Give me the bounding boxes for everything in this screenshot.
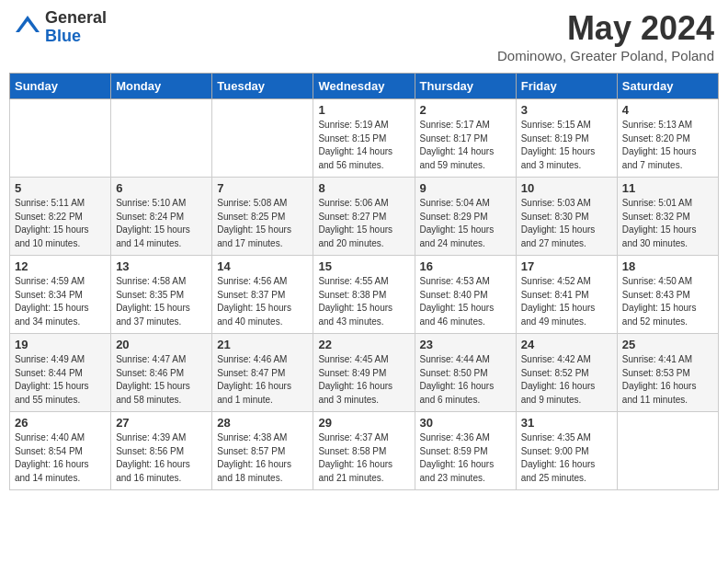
day-number: 17: [521, 259, 612, 273]
day-info: Sunrise: 4:53 AM Sunset: 8:40 PM Dayligh…: [420, 275, 511, 328]
calendar-cell: 9Sunrise: 5:04 AM Sunset: 8:29 PM Daylig…: [415, 178, 516, 256]
day-info: Sunrise: 4:47 AM Sunset: 8:46 PM Dayligh…: [116, 353, 207, 407]
day-info: Sunrise: 4:55 AM Sunset: 8:38 PM Dayligh…: [318, 275, 409, 328]
calendar-cell: 19Sunrise: 4:49 AM Sunset: 8:44 PM Dayli…: [10, 334, 111, 412]
calendar-cell: 5Sunrise: 5:11 AM Sunset: 8:22 PM Daylig…: [10, 178, 111, 256]
day-info: Sunrise: 4:40 AM Sunset: 8:54 PM Dayligh…: [15, 431, 106, 485]
calendar-cell: 18Sunrise: 4:50 AM Sunset: 8:43 PM Dayli…: [617, 256, 718, 334]
day-number: 31: [521, 416, 612, 430]
calendar-cell: 4Sunrise: 5:13 AM Sunset: 8:20 PM Daylig…: [617, 99, 718, 178]
day-number: 11: [622, 181, 713, 195]
calendar-cell: 26Sunrise: 4:40 AM Sunset: 8:54 PM Dayli…: [10, 412, 111, 490]
column-header-monday: Monday: [111, 74, 212, 99]
calendar-cell: [111, 99, 212, 178]
day-info: Sunrise: 4:42 AM Sunset: 8:52 PM Dayligh…: [521, 353, 612, 407]
day-number: 8: [318, 181, 409, 195]
day-info: Sunrise: 4:35 AM Sunset: 9:00 PM Dayligh…: [521, 431, 612, 485]
day-number: 9: [420, 181, 511, 195]
day-number: 19: [15, 338, 106, 351]
calendar-cell: [10, 99, 111, 178]
day-info: Sunrise: 5:06 AM Sunset: 8:27 PM Dayligh…: [318, 197, 409, 250]
calendar-cell: 15Sunrise: 4:55 AM Sunset: 8:38 PM Dayli…: [313, 256, 415, 334]
day-info: Sunrise: 5:11 AM Sunset: 8:22 PM Dayligh…: [15, 197, 106, 250]
day-info: Sunrise: 4:39 AM Sunset: 8:56 PM Dayligh…: [116, 431, 207, 485]
day-number: 26: [15, 416, 106, 430]
day-info: Sunrise: 4:49 AM Sunset: 8:44 PM Dayligh…: [15, 353, 106, 407]
day-info: Sunrise: 4:58 AM Sunset: 8:35 PM Dayligh…: [116, 275, 207, 328]
column-header-friday: Friday: [516, 74, 617, 99]
calendar-cell: 20Sunrise: 4:47 AM Sunset: 8:46 PM Dayli…: [111, 334, 212, 412]
day-number: 4: [622, 103, 713, 117]
title-block: May 2024 Dominowo, Greater Poland, Polan…: [497, 9, 714, 63]
logo-text: General Blue: [45, 9, 107, 46]
calendar-cell: 28Sunrise: 4:38 AM Sunset: 8:57 PM Dayli…: [212, 412, 313, 490]
calendar-cell: 25Sunrise: 4:41 AM Sunset: 8:53 PM Dayli…: [617, 334, 718, 412]
calendar-cell: 24Sunrise: 4:42 AM Sunset: 8:52 PM Dayli…: [516, 334, 617, 412]
day-number: 15: [318, 259, 409, 273]
day-info: Sunrise: 4:52 AM Sunset: 8:41 PM Dayligh…: [521, 275, 612, 328]
day-number: 18: [622, 259, 713, 273]
calendar-week-3: 12Sunrise: 4:59 AM Sunset: 8:34 PM Dayli…: [10, 256, 719, 334]
day-number: 10: [521, 181, 612, 195]
day-info: Sunrise: 5:17 AM Sunset: 8:17 PM Dayligh…: [420, 119, 511, 172]
day-number: 6: [116, 181, 207, 195]
calendar-cell: [617, 412, 718, 490]
day-number: 2: [420, 103, 511, 117]
day-info: Sunrise: 4:50 AM Sunset: 8:43 PM Dayligh…: [622, 275, 713, 328]
day-number: 16: [420, 259, 511, 273]
page-header: General Blue May 2024 Dominowo, Greater …: [9, 9, 719, 63]
calendar-body: 1Sunrise: 5:19 AM Sunset: 8:15 PM Daylig…: [10, 99, 719, 490]
column-header-thursday: Thursday: [415, 74, 516, 99]
calendar-cell: 29Sunrise: 4:37 AM Sunset: 8:58 PM Dayli…: [313, 412, 415, 490]
day-number: 3: [521, 103, 612, 117]
calendar-cell: 1Sunrise: 5:19 AM Sunset: 8:15 PM Daylig…: [313, 99, 415, 178]
day-number: 5: [15, 181, 106, 195]
day-info: Sunrise: 4:36 AM Sunset: 8:59 PM Dayligh…: [420, 431, 511, 485]
calendar-cell: 21Sunrise: 4:46 AM Sunset: 8:47 PM Dayli…: [212, 334, 313, 412]
day-info: Sunrise: 4:46 AM Sunset: 8:47 PM Dayligh…: [217, 353, 308, 407]
day-info: Sunrise: 4:45 AM Sunset: 8:49 PM Dayligh…: [318, 353, 409, 407]
day-number: 7: [217, 181, 308, 195]
calendar-cell: 22Sunrise: 4:45 AM Sunset: 8:49 PM Dayli…: [313, 334, 415, 412]
day-number: 24: [521, 338, 612, 351]
calendar-cell: 10Sunrise: 5:03 AM Sunset: 8:30 PM Dayli…: [516, 178, 617, 256]
column-header-tuesday: Tuesday: [212, 74, 313, 99]
day-info: Sunrise: 4:56 AM Sunset: 8:37 PM Dayligh…: [217, 275, 308, 328]
day-info: Sunrise: 4:41 AM Sunset: 8:53 PM Dayligh…: [622, 353, 713, 407]
calendar-cell: 7Sunrise: 5:08 AM Sunset: 8:25 PM Daylig…: [212, 178, 313, 256]
calendar-cell: 6Sunrise: 5:10 AM Sunset: 8:24 PM Daylig…: [111, 178, 212, 256]
day-info: Sunrise: 5:10 AM Sunset: 8:24 PM Dayligh…: [116, 197, 207, 250]
calendar-cell: 14Sunrise: 4:56 AM Sunset: 8:37 PM Dayli…: [212, 256, 313, 334]
calendar-cell: 2Sunrise: 5:17 AM Sunset: 8:17 PM Daylig…: [415, 99, 516, 178]
day-number: 22: [318, 338, 409, 351]
month-title: May 2024: [497, 9, 714, 48]
day-number: 12: [15, 259, 106, 273]
calendar-cell: 31Sunrise: 4:35 AM Sunset: 9:00 PM Dayli…: [516, 412, 617, 490]
day-info: Sunrise: 4:37 AM Sunset: 8:58 PM Dayligh…: [318, 431, 409, 485]
day-number: 27: [116, 416, 207, 430]
day-info: Sunrise: 5:13 AM Sunset: 8:20 PM Dayligh…: [622, 119, 713, 172]
day-number: 14: [217, 259, 308, 273]
calendar-cell: [212, 99, 313, 178]
calendar-week-4: 19Sunrise: 4:49 AM Sunset: 8:44 PM Dayli…: [10, 334, 719, 412]
calendar-cell: 27Sunrise: 4:39 AM Sunset: 8:56 PM Dayli…: [111, 412, 212, 490]
calendar-week-1: 1Sunrise: 5:19 AM Sunset: 8:15 PM Daylig…: [10, 99, 719, 178]
calendar-cell: 13Sunrise: 4:58 AM Sunset: 8:35 PM Dayli…: [111, 256, 212, 334]
column-header-saturday: Saturday: [617, 74, 718, 99]
day-number: 30: [420, 416, 511, 430]
calendar-cell: 23Sunrise: 4:44 AM Sunset: 8:50 PM Dayli…: [415, 334, 516, 412]
location: Dominowo, Greater Poland, Poland: [497, 48, 714, 63]
logo-icon: [14, 14, 41, 41]
day-number: 28: [217, 416, 308, 430]
calendar-cell: 17Sunrise: 4:52 AM Sunset: 8:41 PM Dayli…: [516, 256, 617, 334]
calendar-cell: 11Sunrise: 5:01 AM Sunset: 8:32 PM Dayli…: [617, 178, 718, 256]
day-info: Sunrise: 4:44 AM Sunset: 8:50 PM Dayligh…: [420, 353, 511, 407]
column-header-sunday: Sunday: [10, 74, 111, 99]
calendar-cell: 3Sunrise: 5:15 AM Sunset: 8:19 PM Daylig…: [516, 99, 617, 178]
day-info: Sunrise: 5:04 AM Sunset: 8:29 PM Dayligh…: [420, 197, 511, 250]
day-number: 1: [318, 103, 409, 117]
logo: General Blue: [14, 9, 107, 46]
calendar-cell: 8Sunrise: 5:06 AM Sunset: 8:27 PM Daylig…: [313, 178, 415, 256]
day-number: 20: [116, 338, 207, 351]
calendar-week-2: 5Sunrise: 5:11 AM Sunset: 8:22 PM Daylig…: [10, 178, 719, 256]
